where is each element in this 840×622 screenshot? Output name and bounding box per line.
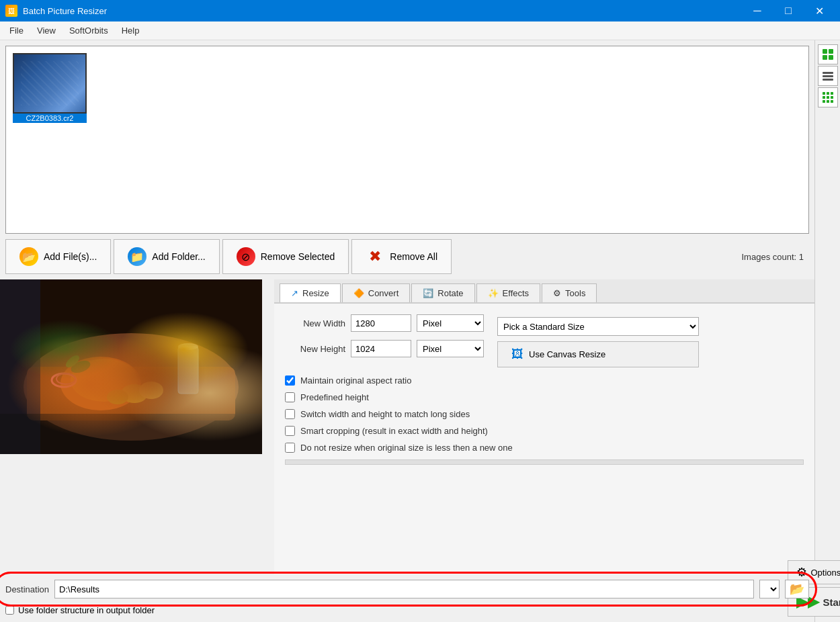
small-grid-icon	[822, 91, 834, 103]
svg-point-5	[121, 384, 148, 403]
svg-point-9	[178, 343, 198, 350]
resize-panel: New Width Pixel Percent Inch Cm	[274, 303, 814, 574]
tab-rotate[interactable]: 🔄 Rotate	[411, 283, 474, 302]
predefined-height-checkbox[interactable]	[285, 392, 295, 402]
lower-right: ↗ Resize 🔶 Convert 🔄 Rotate ✨	[274, 279, 814, 574]
switch-dimensions-label: Switch width and height to match long si…	[300, 409, 470, 419]
maintain-aspect-checkbox[interactable]	[285, 375, 295, 386]
standard-size-select[interactable]: Pick a Standard Size	[497, 317, 699, 336]
width-label: New Width	[285, 318, 345, 328]
action-toolbar: 📂 Add File(s)... 📁 Add Folder... ⊘ Remov…	[0, 234, 814, 279]
do-not-resize-row: Do not resize when original size is less…	[285, 443, 804, 453]
svg-rect-19	[829, 55, 833, 60]
sidebar-large-grid-button[interactable]	[818, 44, 838, 64]
right-sidebar: ⚙ Options ▶▶ Start	[814, 40, 840, 622]
tab-effects[interactable]: ✨ Effects	[476, 283, 541, 302]
rotate-tab-icon: 🔄	[423, 288, 433, 298]
effects-tab-icon: ✨	[488, 288, 499, 298]
preview-image	[0, 279, 262, 454]
predefined-height-row: Predefined height	[285, 392, 804, 402]
tab-convert[interactable]: 🔶 Convert	[342, 283, 411, 302]
add-folder-button[interactable]: 📁 Add Folder...	[114, 239, 219, 274]
thumbnail-item[interactable]: CZ2B0383.cr2	[11, 52, 88, 124]
remove-selected-button[interactable]: ⊘ Remove Selected	[222, 239, 349, 274]
svg-point-12	[52, 373, 76, 387]
height-label: New Height	[285, 344, 345, 354]
dest-container: Destination 📂	[5, 580, 809, 598]
add-files-button[interactable]: 📂 Add File(s)...	[5, 239, 111, 274]
scroll-area[interactable]	[285, 459, 804, 465]
do-not-resize-label: Do not resize when original size is less…	[300, 443, 513, 453]
svg-rect-29	[823, 100, 825, 103]
svg-rect-22	[823, 79, 833, 81]
svg-rect-27	[827, 96, 829, 99]
menu-bar: File View SoftOrbits Help	[0, 21, 840, 40]
file-area: CZ2B0383.cr2	[5, 46, 809, 234]
canvas-resize-icon: 🖼	[511, 347, 523, 361]
lower-row: ↗ Resize 🔶 Convert 🔄 Rotate ✨	[0, 279, 814, 574]
svg-rect-28	[831, 96, 833, 99]
title-bar: 🖼 Batch Picture Resizer ─ □ ✕	[0, 0, 840, 21]
svg-point-6	[139, 382, 163, 399]
menu-help[interactable]: Help	[115, 23, 146, 38]
destination-label: Destination	[5, 584, 49, 594]
svg-point-3	[60, 357, 141, 410]
add-files-label: Add File(s)...	[44, 251, 97, 262]
width-input[interactable]	[351, 314, 411, 332]
app-title: Batch Picture Resizer	[23, 6, 107, 16]
remove-all-button[interactable]: ✖ Remove All	[351, 239, 452, 274]
tab-resize[interactable]: ↗ Resize	[280, 283, 341, 302]
svg-rect-8	[178, 347, 198, 394]
sidebar-list-button[interactable]	[818, 66, 838, 86]
smart-cropping-checkbox[interactable]	[285, 426, 295, 436]
menu-softorbits[interactable]: SoftOrbits	[62, 23, 115, 38]
left-col: CZ2B0383.cr2 📂 Add File(s)... 📁 Add Fold…	[0, 40, 814, 622]
tab-tools[interactable]: ⚙ Tools	[542, 283, 597, 302]
svg-rect-30	[827, 100, 829, 103]
images-count: Images count: 1	[742, 252, 810, 262]
menu-view[interactable]: View	[30, 23, 62, 38]
thumbnails-area: CZ2B0383.cr2	[11, 52, 803, 124]
svg-rect-15	[0, 414, 262, 454]
svg-rect-26	[823, 96, 825, 99]
resize-tab-label: Resize	[302, 288, 329, 298]
switch-dimensions-checkbox[interactable]	[285, 409, 295, 419]
svg-rect-25	[831, 92, 833, 95]
remove-selected-icon: ⊘	[237, 247, 255, 266]
options-label: Options	[811, 568, 841, 578]
add-folder-icon: 📁	[128, 247, 146, 266]
height-unit-select[interactable]: Pixel Percent Inch Cm	[417, 340, 484, 357]
destination-section: Destination 📂 Use folder structure in ou…	[0, 574, 814, 622]
remove-all-label: Remove All	[390, 251, 437, 262]
height-input[interactable]	[351, 340, 411, 357]
close-button[interactable]: ✕	[804, 0, 835, 21]
predefined-height-label: Predefined height	[300, 392, 369, 402]
remove-selected-label: Remove Selected	[261, 251, 335, 262]
lower-left	[0, 279, 274, 574]
gear-icon: ⚙	[796, 565, 807, 580]
do-not-resize-checkbox[interactable]	[285, 443, 295, 453]
svg-rect-18	[823, 55, 827, 60]
smart-cropping-label: Smart cropping (result in exact width an…	[300, 426, 488, 436]
height-row: New Height Pixel Percent Inch Cm	[285, 340, 484, 357]
use-folder-row: Use folder structure in output folder	[0, 601, 814, 619]
start-label: Start	[823, 596, 841, 608]
destination-browse-button[interactable]: 📂	[785, 580, 809, 598]
maximize-button[interactable]: □	[773, 0, 804, 21]
destination-dropdown[interactable]	[759, 580, 780, 598]
width-unit-select[interactable]: Pixel Percent Inch Cm	[417, 314, 484, 332]
convert-tab-label: Convert	[368, 288, 399, 298]
minimize-button[interactable]: ─	[742, 0, 773, 21]
destination-input[interactable]	[54, 580, 754, 598]
remove-all-icon: ✖	[366, 247, 384, 266]
svg-point-13	[56, 373, 75, 384]
canvas-resize-button[interactable]: 🖼 Use Canvas Resize	[497, 341, 699, 367]
maintain-aspect-label: Maintain original aspect ratio	[300, 375, 411, 386]
svg-rect-16	[823, 49, 827, 54]
sidebar-small-grid-button[interactable]	[818, 87, 838, 107]
tools-tab-label: Tools	[565, 288, 585, 298]
use-folder-checkbox[interactable]	[5, 606, 14, 615]
dest-row: Destination 📂	[5, 580, 809, 598]
menu-file[interactable]: File	[3, 23, 30, 38]
svg-point-7	[107, 390, 128, 404]
